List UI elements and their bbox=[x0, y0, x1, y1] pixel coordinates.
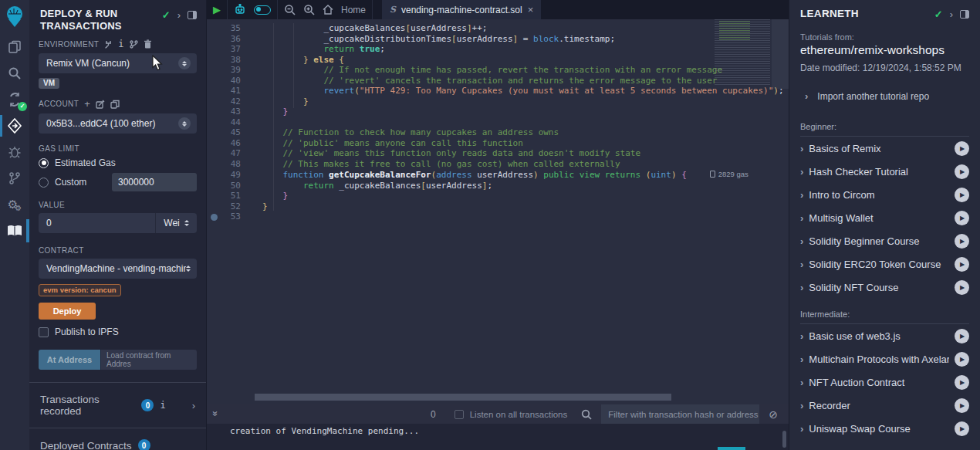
terminal-scrollbar[interactable] bbox=[782, 431, 786, 448]
tutorial-item[interactable]: ›Uniswap Swap Course▶ bbox=[800, 417, 969, 440]
tutorial-play-button[interactable]: ▶ bbox=[955, 257, 969, 272]
file-explorer-icon[interactable] bbox=[0, 34, 29, 60]
code-line: 38 } else { bbox=[207, 55, 789, 66]
custom-gas-option[interactable]: Custom 3000000 bbox=[39, 173, 197, 191]
tutorial-play-button[interactable]: ▶ bbox=[955, 352, 969, 367]
value-unit-select[interactable]: Wei bbox=[155, 213, 197, 233]
tutorial-item[interactable]: ›Solidity Beginner Course▶ bbox=[800, 229, 969, 252]
tutorial-item[interactable]: ›NFT Auction Contract▶ bbox=[800, 370, 969, 394]
terminal-output[interactable]: creation of VendingMachine pending... bbox=[207, 424, 789, 450]
tutorial-section-label: Intermediate: bbox=[800, 310, 969, 324]
terminal-bar: « 0 Listen on all transactions Filter wi… bbox=[207, 404, 789, 424]
add-account-icon[interactable]: + bbox=[84, 98, 90, 110]
environment-select[interactable]: Remix VM (Cancun) bbox=[39, 53, 197, 73]
tutorial-item[interactable]: ›Multisig Wallet▶ bbox=[800, 206, 969, 229]
learneth-collapse-icon[interactable]: › bbox=[950, 8, 953, 20]
editor-tab-active[interactable]: S vending-machine-contract.sol × bbox=[382, 0, 541, 19]
tutorial-item[interactable]: ›Intro to Circom▶ bbox=[800, 183, 969, 206]
tutorial-play-button[interactable]: ▶ bbox=[955, 375, 969, 390]
import-repo-row[interactable]: › Import another tutorial repo bbox=[800, 90, 969, 102]
remix-ide-window: ✓ ⚙⚙ DEPLOY & RUN TRANSACTIONS ✓ › bbox=[0, 0, 980, 450]
evm-version-badge: evm version: cancun bbox=[39, 284, 121, 296]
tutorial-item[interactable]: ›Hash Checker Tutorial▶ bbox=[800, 160, 969, 183]
estimated-gas-option[interactable]: Estimated Gas bbox=[39, 157, 197, 168]
deploy-run-icon[interactable] bbox=[0, 113, 29, 139]
tutorial-play-button[interactable]: ▶ bbox=[955, 421, 969, 436]
zoom-in-icon[interactable] bbox=[303, 4, 315, 15]
custom-gas-radio[interactable] bbox=[39, 178, 49, 188]
editor-minimap[interactable] bbox=[715, 19, 770, 86]
learneth-icon[interactable] bbox=[0, 218, 29, 244]
git-icon[interactable] bbox=[0, 165, 29, 191]
transactions-expand-icon[interactable]: › bbox=[192, 400, 195, 411]
tutorial-play-button[interactable]: ▶ bbox=[955, 211, 969, 225]
tutorial-play-button[interactable]: ▶ bbox=[955, 398, 969, 413]
home-tab[interactable]: Home bbox=[341, 5, 366, 15]
breakpoint-gutter[interactable] bbox=[207, 214, 221, 221]
tutorial-play-button[interactable]: ▶ bbox=[955, 329, 969, 343]
terminal-filter-input[interactable]: Filter with transaction hash or address bbox=[601, 404, 759, 424]
breakpoint-dot[interactable] bbox=[211, 214, 218, 221]
line-number: 47 bbox=[221, 148, 241, 159]
code-area[interactable]: 35 _cupcakeBalances[userAddress]++;36 _c… bbox=[207, 19, 789, 222]
environment-stepper-icon bbox=[178, 57, 191, 69]
delete-environment-icon[interactable] bbox=[144, 39, 152, 49]
editor-horizontal-scrollbar[interactable] bbox=[255, 394, 671, 401]
learneth-pin-icon[interactable] bbox=[960, 10, 969, 19]
tab-close-icon[interactable]: × bbox=[528, 4, 534, 15]
plug-icon[interactable] bbox=[104, 40, 113, 49]
remix-ai-icon[interactable] bbox=[234, 4, 246, 15]
tutorial-item[interactable]: ›Solidity ERC20 Token Course▶ bbox=[800, 252, 969, 276]
remix-logo-icon[interactable] bbox=[0, 0, 29, 34]
home-icon[interactable] bbox=[323, 5, 333, 15]
panel-collapse-icon[interactable]: › bbox=[177, 9, 181, 21]
learneth-panel: LEARNETH ✓ › Tutorials from: ethereum/re… bbox=[789, 0, 980, 450]
terminal-collapse-icon[interactable]: « bbox=[209, 412, 220, 416]
solidity-compiler-icon[interactable]: ✓ bbox=[0, 86, 29, 113]
search-icon[interactable] bbox=[0, 60, 29, 86]
at-address-input[interactable]: Load contract from Addres bbox=[101, 350, 197, 370]
tutorial-item[interactable]: ›Solidity NFT Course▶ bbox=[800, 276, 969, 299]
transactions-info-icon[interactable]: i bbox=[160, 400, 165, 411]
copy-account-icon[interactable] bbox=[110, 100, 120, 109]
tutorial-play-button[interactable]: ▶ bbox=[955, 164, 969, 179]
pin-panel-icon[interactable] bbox=[188, 11, 197, 19]
transactions-recorded-row[interactable]: Transactions recorded 0 i › bbox=[29, 383, 206, 428]
tutorial-item-label: Intro to Circom bbox=[809, 189, 949, 201]
editor-vertical-scrollbar[interactable] bbox=[772, 19, 789, 89]
estimated-gas-radio[interactable] bbox=[39, 158, 49, 168]
value-input[interactable]: 0 bbox=[39, 218, 155, 228]
publish-ipfs-option[interactable]: Publish to IPFS bbox=[39, 327, 197, 337]
tutorial-item-label: NFT Auction Contract bbox=[809, 377, 949, 388]
clear-console-icon[interactable]: ⊘ bbox=[769, 408, 778, 421]
tutorial-play-button[interactable]: ▶ bbox=[955, 234, 969, 249]
at-address-button[interactable]: At Address bbox=[39, 350, 100, 370]
environment-info-icon[interactable]: i bbox=[118, 39, 124, 49]
listen-all-checkbox[interactable] bbox=[455, 410, 464, 419]
tutorial-item[interactable]: ›Multichain Protocols with Axelar▶ bbox=[800, 347, 969, 370]
account-select[interactable]: 0x5B3...eddC4 (100 ether) bbox=[39, 113, 197, 134]
terminal-search-icon[interactable] bbox=[581, 409, 592, 420]
listen-all-label: Listen on all transactions bbox=[470, 410, 568, 419]
settings-icon[interactable]: ⚙⚙ bbox=[0, 191, 29, 218]
sign-message-icon[interactable] bbox=[96, 100, 105, 109]
code-editor[interactable]: 35 _cupcakeBalances[userAddress]++;36 _c… bbox=[207, 19, 789, 404]
tutorial-play-button[interactable]: ▶ bbox=[955, 141, 969, 156]
code-line: 50 return _cupcakeBalances[userAddress]; bbox=[207, 181, 789, 191]
ai-copilot-toggle[interactable] bbox=[254, 5, 271, 15]
tutorial-item[interactable]: ›Basics of Remix▶ bbox=[800, 137, 969, 160]
tutorial-item[interactable]: ›Basic use of web3.js▶ bbox=[800, 324, 969, 347]
tutorial-item[interactable]: ›Recorder▶ bbox=[800, 394, 969, 417]
tutorial-play-button[interactable]: ▶ bbox=[955, 188, 969, 202]
contract-select[interactable]: VendingMachine - vending-machin bbox=[39, 259, 197, 279]
custom-gas-input[interactable]: 3000000 bbox=[112, 173, 197, 191]
run-script-icon[interactable]: ▶ bbox=[213, 4, 221, 15]
deploy-button[interactable]: Deploy bbox=[39, 303, 96, 320]
fork-environment-icon[interactable] bbox=[130, 40, 138, 49]
tutorial-play-button[interactable]: ▶ bbox=[955, 280, 969, 295]
debug-button[interactable] bbox=[718, 447, 745, 450]
publish-ipfs-checkbox[interactable] bbox=[39, 327, 49, 337]
deployed-contracts-row[interactable]: Deployed Contracts 0 bbox=[29, 428, 206, 450]
debugger-icon[interactable] bbox=[0, 139, 29, 165]
zoom-out-icon[interactable] bbox=[284, 4, 296, 15]
